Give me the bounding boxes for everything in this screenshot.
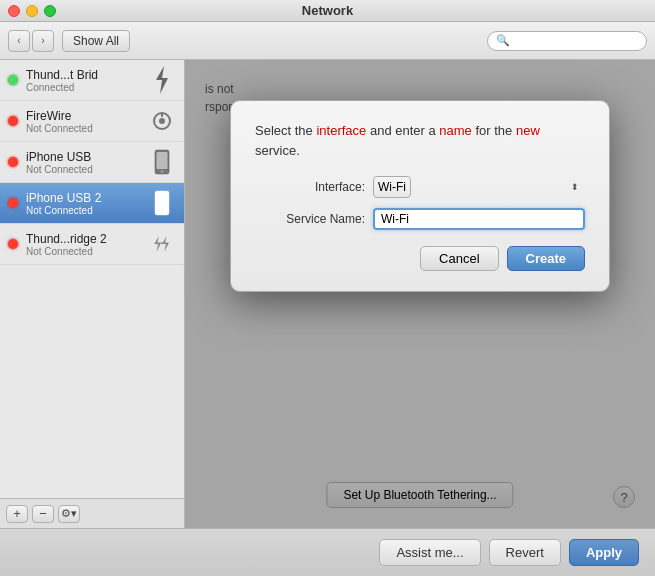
window-title: Network xyxy=(302,3,353,18)
sidebar-item-iphone-usb2[interactable]: iPhone USB 2 Not Connected xyxy=(0,183,184,224)
show-all-button[interactable]: Show All xyxy=(62,30,130,52)
firewire-icon xyxy=(148,107,176,135)
action-menu-button[interactable]: ⚙▾ xyxy=(58,505,80,523)
forward-button[interactable]: › xyxy=(32,30,54,52)
svg-point-9 xyxy=(161,211,164,214)
revert-button[interactable]: Revert xyxy=(489,539,561,566)
modal-buttons: Cancel Create xyxy=(255,246,585,271)
interface-select[interactable]: Wi-Fi xyxy=(373,176,411,198)
item-status: Not Connected xyxy=(26,164,140,175)
svg-point-6 xyxy=(161,170,164,173)
svg-point-2 xyxy=(159,118,165,124)
create-button[interactable]: Create xyxy=(507,246,585,271)
interface-row: Interface: Wi-Fi ⬍ xyxy=(255,176,585,198)
select-arrow-icon: ⬍ xyxy=(571,182,579,192)
toolbar: ‹ › Show All 🔍 xyxy=(0,22,655,60)
item-status: Not Connected xyxy=(26,123,140,134)
modal-overlay: Select the interface and enter a name fo… xyxy=(185,60,655,528)
sidebar-list: Thund...t Brid Connected FireWire Not Co… xyxy=(0,60,184,498)
sidebar-item-firewire[interactable]: FireWire Not Connected xyxy=(0,101,184,142)
back-button[interactable]: ‹ xyxy=(8,30,30,52)
thunderbolt-icon xyxy=(148,66,176,94)
assist-button[interactable]: Assist me... xyxy=(379,539,480,566)
sidebar-item-thunderbolt-bridge[interactable]: Thund...t Brid Connected xyxy=(0,60,184,101)
modal-title: Select the interface and enter a name fo… xyxy=(255,121,585,160)
item-name: Thund...t Brid xyxy=(26,68,140,82)
sidebar: Thund...t Brid Connected FireWire Not Co… xyxy=(0,60,185,528)
window-controls[interactable] xyxy=(8,5,56,17)
remove-service-button[interactable]: − xyxy=(32,505,54,523)
svg-rect-5 xyxy=(157,152,168,169)
item-name: FireWire xyxy=(26,109,140,123)
new-service-dialog: Select the interface and enter a name fo… xyxy=(230,100,610,292)
phone-icon xyxy=(148,189,176,217)
maximize-button[interactable] xyxy=(44,5,56,17)
apply-button[interactable]: Apply xyxy=(569,539,639,566)
svg-rect-12 xyxy=(161,242,163,244)
item-name: iPhone USB 2 xyxy=(26,191,140,205)
service-name-row: Service Name: xyxy=(255,208,585,230)
search-box[interactable]: 🔍 xyxy=(487,31,647,51)
service-name-label: Service Name: xyxy=(255,212,365,226)
status-dot-disconnected xyxy=(8,157,18,167)
interface-label: Interface: xyxy=(255,180,365,194)
service-name-input[interactable] xyxy=(373,208,585,230)
svg-marker-11 xyxy=(162,236,169,252)
cancel-button[interactable]: Cancel xyxy=(420,246,498,271)
phone-icon xyxy=(148,148,176,176)
sidebar-item-thunderbridge2[interactable]: Thund...ridge 2 Not Connected xyxy=(0,224,184,265)
status-dot-connected xyxy=(8,75,18,85)
sidebar-footer: + − ⚙▾ xyxy=(0,498,184,528)
svg-marker-0 xyxy=(156,66,168,94)
item-status: Not Connected xyxy=(26,205,140,216)
item-name: Thund...ridge 2 xyxy=(26,232,140,246)
main-area: Thund...t Brid Connected FireWire Not Co… xyxy=(0,60,655,528)
title-bar: Network xyxy=(0,0,655,22)
item-status: Not Connected xyxy=(26,246,140,257)
svg-rect-8 xyxy=(157,193,168,210)
search-icon: 🔍 xyxy=(496,34,510,47)
status-dot-disconnected xyxy=(8,116,18,126)
close-button[interactable] xyxy=(8,5,20,17)
nav-buttons[interactable]: ‹ › xyxy=(8,30,54,52)
content-area: is not rsponding. Set Up Bluetooth Tethe… xyxy=(185,60,655,528)
item-status: Connected xyxy=(26,82,140,93)
add-service-button[interactable]: + xyxy=(6,505,28,523)
status-dot-disconnected xyxy=(8,198,18,208)
status-dot-disconnected xyxy=(8,239,18,249)
item-name: iPhone USB xyxy=(26,150,140,164)
bottom-bar: Assist me... Revert Apply xyxy=(0,528,655,576)
svg-marker-10 xyxy=(154,236,161,252)
minimize-button[interactable] xyxy=(26,5,38,17)
thunderbolt-icon xyxy=(148,230,176,258)
sidebar-item-iphone-usb[interactable]: iPhone USB Not Connected xyxy=(0,142,184,183)
